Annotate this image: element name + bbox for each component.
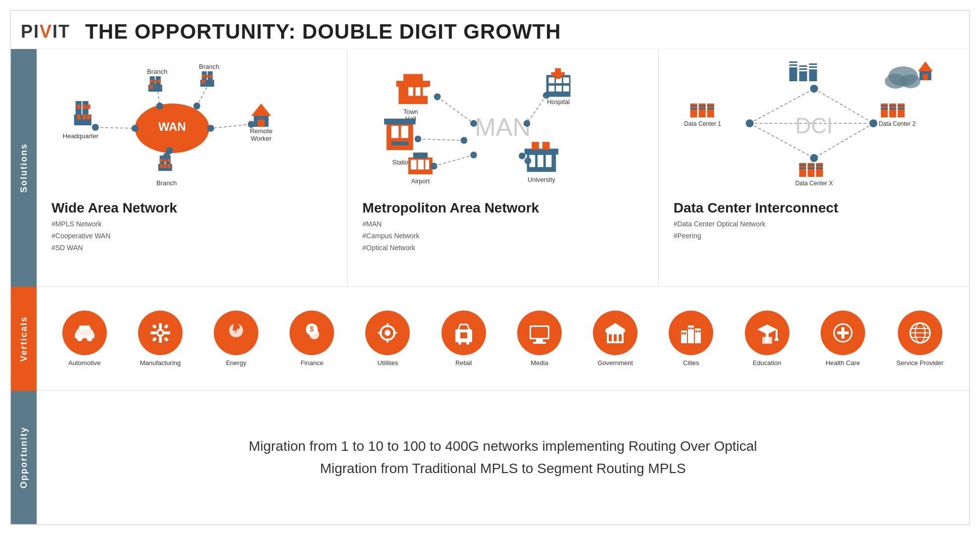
svg-rect-219	[776, 329, 778, 338]
svg-point-39	[206, 79, 213, 86]
svg-text:Worker: Worker	[251, 135, 272, 142]
svg-rect-153	[816, 164, 823, 166]
verticals-row: Automotive	[37, 287, 969, 391]
wan-tags: #MPLS Network#Cooperative WAN#SD WAN	[51, 218, 332, 254]
svg-rect-21	[150, 80, 153, 83]
svg-point-121	[745, 119, 753, 127]
svg-rect-111	[542, 142, 550, 150]
svg-text:Headquarter: Headquarter	[63, 132, 99, 140]
svg-rect-194	[460, 332, 467, 338]
svg-rect-100	[425, 160, 429, 170]
svg-point-14	[132, 125, 139, 132]
wan-svg: Headquarter WAN	[51, 59, 332, 198]
svg-rect-161	[799, 67, 807, 68]
svg-rect-223	[837, 331, 849, 334]
svg-rect-89	[392, 126, 399, 138]
svg-rect-212	[688, 327, 690, 329]
service-provider-label: Service Provider	[896, 359, 943, 367]
solutions-row: Headquarter WAN	[37, 49, 969, 287]
svg-rect-200	[533, 342, 546, 344]
man-diagram: MAN Town Hall	[362, 59, 643, 198]
svg-rect-204	[609, 334, 612, 341]
svg-marker-41	[251, 104, 271, 116]
svg-rect-164	[809, 68, 817, 69]
svg-text:WAN: WAN	[158, 120, 186, 133]
svg-rect-160	[789, 66, 797, 67]
education-icon	[745, 311, 789, 355]
logo: PIVIT	[21, 21, 70, 42]
vertical-media: Media	[517, 311, 562, 367]
svg-rect-87	[387, 123, 413, 150]
svg-rect-98	[411, 160, 417, 170]
vertical-education: Education	[745, 311, 789, 367]
svg-text:Hospital: Hospital	[547, 98, 570, 106]
svg-rect-213	[691, 327, 693, 329]
svg-rect-5	[87, 114, 91, 119]
dci-diagram: DCI	[674, 59, 954, 198]
svg-rect-206	[619, 334, 622, 341]
retail-icon	[441, 311, 486, 355]
svg-point-174	[158, 331, 162, 335]
svg-marker-216	[757, 324, 777, 334]
svg-text:Data Center 2: Data Center 2	[879, 120, 916, 127]
finance-icon: $	[290, 311, 334, 355]
dci-svg: DCI	[674, 59, 954, 198]
utilities-label: Utilities	[378, 359, 398, 367]
svg-rect-31	[202, 80, 205, 84]
svg-rect-53	[164, 164, 167, 168]
svg-rect-140	[881, 108, 887, 109]
header: PIVIT THE OPPORTUNITY: DOUBLE DIGIT GROW…	[11, 11, 969, 49]
svg-rect-99	[418, 160, 424, 170]
svg-rect-36	[210, 75, 213, 78]
svg-rect-55	[160, 159, 163, 162]
svg-rect-97	[413, 153, 428, 159]
svg-rect-142	[889, 108, 896, 109]
svg-rect-134	[707, 108, 714, 109]
svg-text:University: University	[528, 176, 555, 183]
svg-rect-110	[532, 142, 539, 150]
svg-rect-52	[160, 164, 163, 168]
svg-point-84	[543, 92, 550, 99]
svg-rect-220	[775, 338, 779, 341]
opportunity-row: Migration from 1 to 10 to 100 to 400G ne…	[37, 391, 969, 524]
svg-rect-131	[698, 105, 705, 107]
svg-rect-180	[164, 324, 169, 329]
retail-label: Retail	[455, 359, 472, 367]
svg-text:DCI: DCI	[795, 113, 833, 138]
svg-rect-181	[152, 337, 157, 342]
svg-text:MAN: MAN	[475, 113, 531, 141]
svg-rect-150	[799, 167, 806, 169]
svg-rect-18	[150, 85, 153, 89]
man-svg: MAN Town Hall	[362, 59, 643, 198]
vertical-manufacturing: Manufacturing	[138, 311, 183, 367]
main-content: Headquarter WAN	[37, 49, 969, 524]
cities-label: Cities	[683, 359, 699, 367]
svg-rect-177	[150, 331, 156, 334]
svg-text:$: $	[310, 325, 314, 333]
svg-rect-152	[807, 167, 814, 169]
svg-point-104	[470, 152, 477, 159]
svg-rect-80	[563, 86, 569, 92]
svg-rect-178	[164, 331, 170, 334]
man-tags: #MAN#Campus Network#Optical Network	[362, 218, 643, 254]
svg-rect-154	[816, 167, 823, 169]
wan-panel: Headquarter WAN	[37, 49, 347, 286]
manufacturing-icon	[138, 311, 183, 355]
vertical-government: Government	[593, 311, 637, 367]
svg-rect-66	[408, 87, 413, 96]
svg-rect-199	[536, 339, 543, 342]
vertical-cities: Cities	[669, 311, 713, 367]
svg-line-12	[96, 127, 135, 128]
svg-point-113	[525, 158, 532, 164]
svg-rect-139	[881, 105, 887, 107]
svg-rect-6	[77, 105, 81, 109]
svg-rect-205	[614, 334, 617, 341]
svg-rect-78	[549, 86, 555, 92]
verticals-label: Verticals	[11, 287, 37, 391]
svg-point-13	[92, 124, 99, 131]
svg-rect-3	[77, 114, 81, 119]
svg-rect-43	[258, 119, 265, 127]
svg-point-48	[207, 125, 214, 132]
svg-text:Branch: Branch	[199, 63, 219, 70]
svg-point-26	[154, 83, 161, 90]
